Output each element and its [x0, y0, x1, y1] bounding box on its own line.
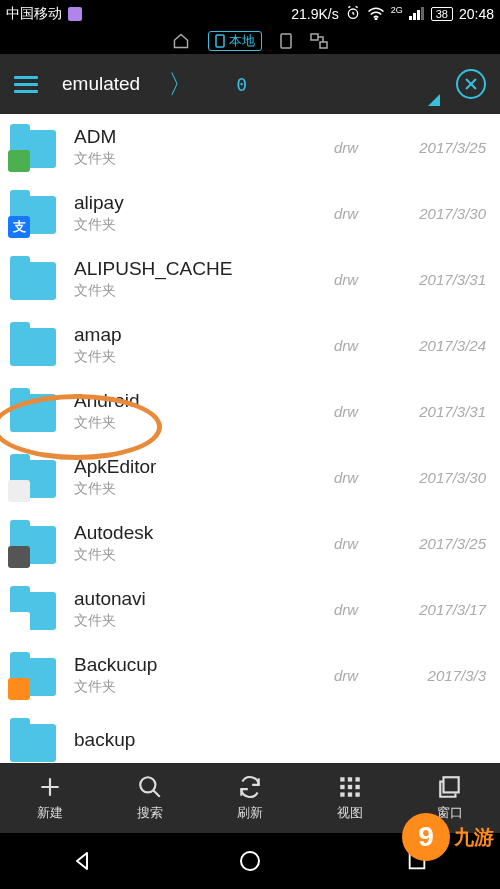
folder-row[interactable]: autonavi 文件夹 drw 2017/3/17: [0, 576, 500, 642]
path-label[interactable]: emulated: [62, 73, 140, 95]
folder-date: 2017/3/25: [376, 139, 486, 156]
folder-date: 2017/3/31: [376, 403, 486, 420]
folder-perm: drw: [316, 403, 376, 420]
svg-rect-13: [355, 777, 359, 781]
folder-name: Backucup: [74, 654, 316, 676]
folder-name: ApkEditor: [74, 456, 316, 478]
close-icon[interactable]: [456, 69, 486, 99]
view-label: 视图: [337, 804, 363, 822]
net-speed: 21.9K/s: [291, 6, 338, 22]
folder-icon: [10, 454, 56, 500]
alarm-icon: [345, 5, 361, 24]
chevron-right-icon: 〉: [168, 67, 194, 102]
folder-name: ALIPUSH_CACHE: [74, 258, 316, 280]
folder-icon: [10, 586, 56, 632]
clock: 20:48: [459, 6, 494, 22]
search-label: 搜索: [137, 804, 163, 822]
folder-date: 2017/3/31: [376, 271, 486, 288]
svg-rect-4: [417, 10, 420, 20]
refresh-button[interactable]: 刷新: [200, 763, 300, 833]
folder-perm: drw: [316, 205, 376, 222]
watermark-logo: 9 九游: [402, 813, 494, 861]
nav-home[interactable]: [220, 841, 280, 881]
view-button[interactable]: 视图: [300, 763, 400, 833]
svg-rect-8: [311, 34, 318, 40]
svg-rect-15: [348, 785, 352, 789]
folder-row[interactable]: backup: [0, 708, 500, 763]
folder-type: 文件夹: [74, 480, 316, 498]
search-button[interactable]: 搜索: [100, 763, 200, 833]
folder-icon: [10, 322, 56, 368]
svg-point-21: [241, 852, 259, 870]
tab-local-label: 本地: [229, 32, 255, 50]
folder-icon: 支: [10, 190, 56, 236]
folder-perm: drw: [316, 535, 376, 552]
device-icon[interactable]: [280, 33, 292, 49]
app-overlay-icon: [8, 678, 30, 700]
svg-rect-17: [340, 792, 344, 796]
svg-rect-9: [320, 42, 327, 48]
folder-icon: [10, 256, 56, 302]
folder-type: 文件夹: [74, 348, 316, 366]
wifi-icon: [367, 6, 385, 23]
folder-row[interactable]: ADM 文件夹 drw 2017/3/25: [0, 114, 500, 180]
folder-perm: drw: [316, 667, 376, 684]
svg-rect-11: [340, 777, 344, 781]
tab-local[interactable]: 本地: [208, 31, 262, 51]
folder-type: 文件夹: [74, 150, 316, 168]
watermark-nine: 9: [402, 813, 450, 861]
svg-rect-16: [355, 785, 359, 789]
folder-icon: [10, 520, 56, 566]
item-count: 0: [236, 74, 246, 95]
app-header: emulated 〉 0: [0, 54, 500, 114]
svg-rect-14: [340, 785, 344, 789]
folder-date: 2017/3/30: [376, 205, 486, 222]
svg-rect-3: [413, 13, 416, 20]
folder-row[interactable]: Backucup 文件夹 drw 2017/3/3: [0, 642, 500, 708]
folder-perm: drw: [316, 337, 376, 354]
folder-type: 文件夹: [74, 546, 316, 564]
folder-row[interactable]: ApkEditor 文件夹 drw 2017/3/30: [0, 444, 500, 510]
nav-back[interactable]: [53, 841, 113, 881]
svg-rect-6: [216, 35, 224, 47]
folder-row[interactable]: ALIPUSH_CACHE 文件夹 drw 2017/3/31: [0, 246, 500, 312]
new-label: 新建: [37, 804, 63, 822]
folder-name: Autodesk: [74, 522, 316, 544]
svg-rect-19: [355, 792, 359, 796]
app-overlay-icon: [8, 150, 30, 172]
folder-name: autonavi: [74, 588, 316, 610]
folder-row[interactable]: Autodesk 文件夹 drw 2017/3/25: [0, 510, 500, 576]
app-overlay-icon: [8, 612, 30, 634]
folder-perm: drw: [316, 271, 376, 288]
folder-perm: drw: [316, 139, 376, 156]
folder-row[interactable]: amap 文件夹 drw 2017/3/24: [0, 312, 500, 378]
sort-indicator-icon[interactable]: [428, 94, 440, 106]
folder-icon: [10, 388, 56, 434]
folder-type: 文件夹: [74, 678, 316, 696]
net-type: 2G: [391, 5, 403, 15]
menu-icon[interactable]: [14, 72, 38, 97]
folder-perm: drw: [316, 469, 376, 486]
home-icon[interactable]: [172, 33, 190, 49]
folder-row[interactable]: Android 文件夹 drw 2017/3/31: [0, 378, 500, 444]
battery-level: 38: [431, 7, 453, 21]
tab-strip: 本地: [0, 28, 500, 54]
folder-name: amap: [74, 324, 316, 346]
folder-date: 2017/3/24: [376, 337, 486, 354]
refresh-label: 刷新: [237, 804, 263, 822]
file-list[interactable]: ADM 文件夹 drw 2017/3/25 支 alipay 文件夹 drw 2…: [0, 114, 500, 763]
svg-rect-7: [281, 34, 291, 48]
svg-rect-2: [409, 16, 412, 20]
new-button[interactable]: 新建: [0, 763, 100, 833]
folder-icon: [10, 652, 56, 698]
signal-icon: [409, 6, 425, 23]
svg-rect-20: [444, 777, 459, 792]
folder-row[interactable]: 支 alipay 文件夹 drw 2017/3/30: [0, 180, 500, 246]
folder-icon: [10, 718, 56, 763]
svg-rect-12: [348, 777, 352, 781]
folder-type: 文件夹: [74, 216, 316, 234]
svg-point-1: [375, 18, 377, 20]
network-icon[interactable]: [310, 33, 328, 49]
svg-rect-5: [421, 7, 424, 20]
folder-date: 2017/3/30: [376, 469, 486, 486]
